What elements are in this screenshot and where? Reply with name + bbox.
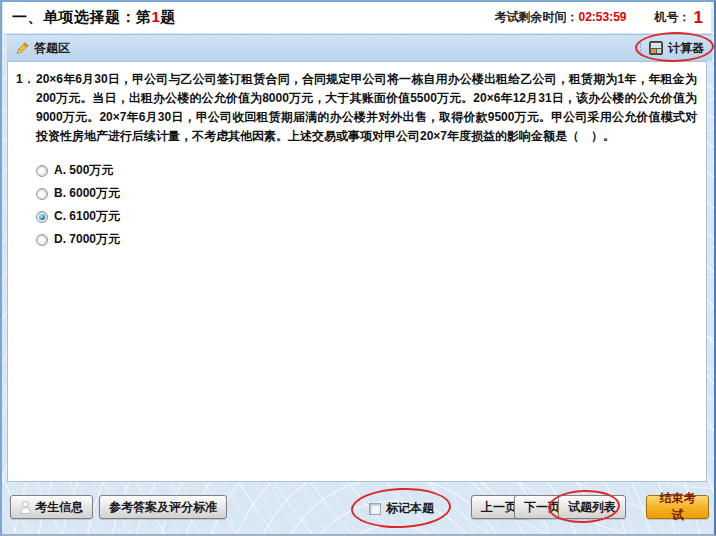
option-a-label[interactable]: A. 500万元 — [54, 162, 113, 179]
radio-option-d[interactable] — [36, 234, 48, 246]
title-right-group: 考试剩余时间：02:53:59 机号：1 — [494, 2, 703, 33]
machine-value: 1 — [694, 8, 703, 28]
calculator-icon — [649, 41, 663, 55]
exam-window: 一、单项选择题：第1题 考试剩余时间：02:53:59 机号：1 答题区 — [0, 0, 716, 536]
answer-area-label: 答题区 — [34, 40, 70, 57]
option-c-label[interactable]: C. 6100万元 — [54, 208, 120, 225]
answer-area-bar: 答题区 计算器 — [7, 34, 712, 61]
option-b-label[interactable]: B. 6000万元 — [54, 185, 120, 202]
exam-timer: 考试剩余时间：02:53:59 — [494, 9, 626, 26]
radio-option-c[interactable] — [36, 211, 48, 223]
gripper-divider — [640, 41, 641, 56]
machine-label: 机号： — [655, 9, 691, 26]
person-icon — [20, 501, 31, 514]
end-exam-button[interactable]: 结束考试 — [646, 495, 709, 519]
option-b[interactable]: B. 6000万元 — [36, 182, 706, 205]
title-strip: 一、单项选择题：第1题 考试剩余时间：02:53:59 机号：1 — [3, 2, 711, 33]
mark-question-label: 标记本题 — [386, 500, 434, 517]
radio-option-b[interactable] — [36, 188, 48, 200]
page-title: 一、单项选择题：第1题 — [3, 8, 176, 27]
mark-question-checkbox[interactable] — [369, 503, 381, 515]
timer-value: 02:53:59 — [578, 10, 626, 24]
section-title-text: 一、单项选择题：第 — [12, 8, 152, 25]
calculator-button[interactable]: 计算器 — [640, 40, 704, 57]
option-d[interactable]: D. 7000万元 — [36, 228, 706, 251]
option-a[interactable]: A. 500万元 — [36, 159, 706, 182]
timer-label: 考试剩余时间： — [494, 10, 578, 24]
candidate-info-label: 考生信息 — [35, 499, 83, 516]
question-panel: 1． 20×6年6月30日，甲公司与乙公司签订租赁合同，合同规定甲公司将一栋自用… — [7, 61, 707, 482]
next-page-label: 下一页 — [524, 499, 560, 516]
options-list: A. 500万元 B. 6000万元 C. 6100万元 D. 7000万元 — [36, 159, 706, 251]
radio-option-a[interactable] — [36, 165, 48, 177]
question-text: 20×6年6月30日，甲公司与乙公司签订租赁合同，合同规定甲公司将一栋自用办公楼… — [36, 70, 697, 146]
question-list-label: 试题列表 — [568, 499, 616, 516]
end-exam-label: 结束考试 — [656, 490, 699, 524]
question-number: 1． — [16, 70, 36, 146]
machine-number: 机号：1 — [655, 8, 703, 28]
pencil-icon — [14, 41, 29, 56]
question-block: 1． 20×6年6月30日，甲公司与乙公司签订租赁合同，合同规定甲公司将一栋自用… — [8, 62, 706, 146]
answer-area-header: 答题区 — [14, 40, 70, 57]
reference-answer-label: 参考答案及评分标准 — [109, 499, 217, 516]
mark-question-control[interactable]: 标记本题 — [369, 500, 434, 517]
calculator-label: 计算器 — [668, 40, 704, 57]
option-d-label[interactable]: D. 7000万元 — [54, 231, 120, 248]
reference-answer-button[interactable]: 参考答案及评分标准 — [99, 495, 227, 519]
candidate-info-button[interactable]: 考生信息 — [10, 495, 93, 519]
prev-page-label: 上一页 — [481, 499, 517, 516]
question-list-button[interactable]: 试题列表 — [558, 495, 626, 519]
option-c[interactable]: C. 6100万元 — [36, 205, 706, 228]
